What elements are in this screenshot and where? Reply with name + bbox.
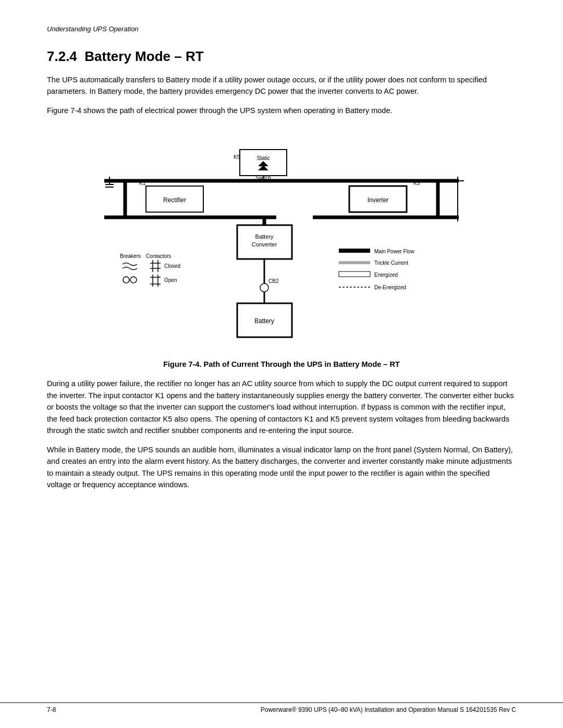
cb2-label: CB2 bbox=[268, 278, 279, 284]
page-header: Understanding UPS Operation bbox=[47, 25, 516, 33]
intro-paragraph-2: Figure 7-4 shows the path of electrical … bbox=[47, 105, 516, 116]
svg-rect-1 bbox=[339, 261, 370, 264]
k1-label: K1 bbox=[139, 180, 146, 186]
body-paragraph-1: During a utility power failure, the rect… bbox=[47, 378, 516, 436]
figure-caption: Figure 7-4. Path of Current Through the … bbox=[47, 360, 516, 368]
svg-point-21 bbox=[260, 283, 268, 292]
footer-doc-info: Powerware® 9390 UPS (40–80 kVA) Installa… bbox=[261, 706, 516, 713]
inverter-label: Inverter bbox=[368, 196, 389, 204]
energized-label: Energized bbox=[374, 272, 398, 278]
closed-label: Closed bbox=[164, 263, 180, 269]
main-power-flow-label: Main Power Flow bbox=[374, 249, 414, 254]
diagram: Main Power Flow Trickle Current Energize… bbox=[83, 129, 480, 355]
body-paragraph-2: While in Battery mode, the UPS sounds an… bbox=[47, 444, 516, 491]
de-energized-label: De-Energized bbox=[374, 285, 406, 290]
svg-rect-0 bbox=[339, 249, 370, 253]
page-content: Understanding UPS Operation 7.2.4 Batter… bbox=[0, 0, 563, 529]
page-footer: 7-8 Powerware® 9390 UPS (40–80 kVA) Inst… bbox=[0, 702, 563, 713]
section-title: 7.2.4 Battery Mode – RT bbox=[47, 48, 516, 65]
footer-page-number: 7-8 bbox=[47, 706, 56, 713]
contactors-label: Contactors bbox=[146, 253, 171, 259]
trickle-current-label: Trickle Current bbox=[374, 260, 408, 266]
breakers-label: Breakers bbox=[120, 253, 141, 259]
svg-text:Static: Static bbox=[256, 155, 270, 161]
k5-label: K5 bbox=[234, 154, 240, 160]
battery-label: Battery bbox=[254, 317, 274, 325]
intro-paragraph-1: The UPS automatically transfers to Batte… bbox=[47, 74, 516, 97]
open-label: Open bbox=[164, 277, 177, 283]
rectifier-label: Rectifier bbox=[163, 196, 186, 204]
svg-point-26 bbox=[123, 277, 129, 283]
k3-label: K3 bbox=[413, 180, 420, 186]
svg-point-27 bbox=[130, 277, 137, 283]
svg-rect-2 bbox=[339, 272, 370, 277]
svg-text:Battery: Battery bbox=[255, 233, 274, 240]
battery-converter-label: Converter bbox=[252, 241, 277, 248]
